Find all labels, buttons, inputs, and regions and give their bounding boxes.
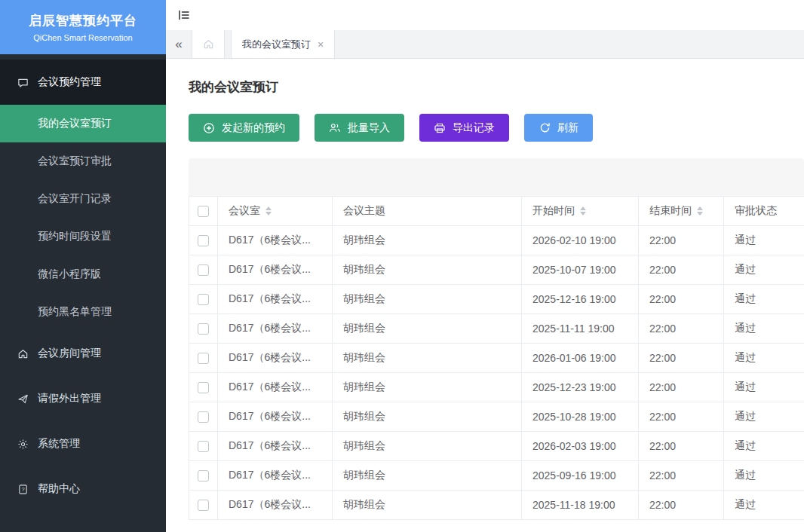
sidebar-item[interactable]: 会议室预订审批 — [0, 142, 166, 180]
cell-end: 22:00 — [639, 402, 724, 432]
cell-start: 2026-01-06 19:00 — [522, 344, 639, 373]
export-records-button[interactable]: 导出记录 — [419, 114, 509, 142]
sidebar: 启辰智慧预约平台 QiChen Smart Reservation 会议预约管理… — [0, 0, 166, 532]
checkbox-cell — [189, 314, 218, 344]
button-label: 发起新的预约 — [222, 121, 285, 135]
send-icon — [17, 393, 29, 405]
row-checkbox[interactable] — [198, 323, 209, 335]
checkbox-cell — [189, 491, 218, 520]
tab-close-icon[interactable]: × — [318, 38, 324, 50]
action-buttons: 发起新的预约批量导入导出记录刷新 — [189, 114, 804, 142]
page-title: 我的会议室预订 — [189, 78, 804, 96]
home-icon — [17, 347, 29, 359]
sidebar-item[interactable]: 会议室开门记录 — [0, 180, 166, 218]
cell-topic: 胡玮组会 — [333, 402, 522, 432]
sidebar-item[interactable]: ?帮助中心 — [0, 466, 166, 512]
cell-topic: 胡玮组会 — [333, 461, 522, 491]
cell-end: 22:00 — [639, 432, 724, 461]
sidebar-group-reservation-management[interactable]: 会议预约管理 — [0, 60, 166, 105]
column-header[interactable]: 会议室 — [218, 197, 333, 226]
tab-bar: « 我的会议室预订 × — [166, 30, 804, 59]
cell-status: 通过 — [724, 432, 804, 461]
tab-label: 我的会议室预订 — [242, 38, 311, 51]
cell-status: 通过 — [724, 285, 804, 314]
sidebar-menu: 会议预约管理 我的会议室预订会议室预订审批会议室开门记录预约时间段设置微信小程序… — [0, 54, 166, 512]
double-arrow-left-icon: « — [175, 37, 182, 52]
row-checkbox[interactable] — [198, 500, 209, 511]
cell-room: D617（6楼会议... — [218, 314, 333, 344]
cell-room: D617（6楼会议... — [218, 255, 333, 285]
checkbox-cell — [189, 344, 218, 373]
tab-my-reservations[interactable]: 我的会议室预订 × — [231, 30, 335, 58]
column-label: 结束时间 — [649, 204, 692, 216]
cell-topic: 胡玮组会 — [333, 344, 522, 373]
sidebar-item-label: 系统管理 — [38, 437, 80, 451]
cell-topic: 胡玮组会 — [333, 285, 522, 314]
checkbox-cell — [189, 432, 218, 461]
column-header: 会议主题 — [333, 197, 522, 226]
sidebar-item[interactable]: 我的会议室预订 — [0, 105, 166, 142]
checkbox-cell — [189, 226, 218, 255]
row-checkbox[interactable] — [198, 382, 209, 393]
table-row: D617（6楼会议...胡玮组会2026-02-10 19:0022:00通过 — [189, 226, 804, 255]
table-row: D617（6楼会议...胡玮组会2025-12-23 19:0022:00通过 — [189, 373, 804, 402]
app-subtitle: QiChen Smart Reservation — [33, 33, 132, 42]
menu-fold-icon[interactable] — [178, 9, 190, 21]
sort-icon[interactable] — [265, 206, 272, 216]
cell-start: 2025-11-11 19:00 — [522, 314, 639, 344]
cell-topic: 胡玮组会 — [333, 491, 522, 520]
cell-status: 通过 — [724, 314, 804, 344]
batch-import-button[interactable]: 批量导入 — [315, 114, 404, 142]
cell-room: D617（6楼会议... — [218, 461, 333, 491]
sidebar-item[interactable]: 预约黑名单管理 — [0, 293, 166, 331]
row-checkbox[interactable] — [198, 470, 209, 482]
refresh-button[interactable]: 刷新 — [524, 114, 593, 142]
reservations-table: 会议室会议主题开始时间结束时间审批状态 D617（6楼会议...胡玮组会2026… — [189, 196, 804, 520]
table-row: D617（6楼会议...胡玮组会2026-01-06 19:0022:00通过 — [189, 344, 804, 373]
sidebar-submenu: 我的会议室预订会议室预订审批会议室开门记录预约时间段设置微信小程序版预约黑名单管… — [0, 105, 166, 331]
sidebar-item[interactable]: 预约时间段设置 — [0, 218, 166, 255]
cell-room: D617（6楼会议... — [218, 226, 333, 255]
new-reservation-button[interactable]: 发起新的预约 — [189, 114, 299, 142]
button-label: 导出记录 — [453, 121, 495, 135]
row-checkbox[interactable] — [198, 441, 209, 452]
app-logo: 启辰智慧预约平台 QiChen Smart Reservation — [0, 0, 166, 54]
button-label: 刷新 — [557, 121, 578, 135]
gear-icon — [17, 438, 29, 450]
cell-status: 通过 — [724, 402, 804, 432]
sidebar-group-label: 会议预约管理 — [38, 75, 101, 89]
checkbox-cell — [189, 402, 218, 432]
sort-icon[interactable] — [580, 206, 586, 216]
cell-end: 22:00 — [639, 226, 724, 255]
cell-topic: 胡玮组会 — [333, 314, 522, 344]
column-header[interactable]: 结束时间 — [639, 197, 724, 226]
refresh-icon — [539, 122, 551, 134]
row-checkbox[interactable] — [198, 294, 209, 305]
table-row: D617（6楼会议...胡玮组会2025-09-16 19:0022:00通过 — [189, 461, 804, 491]
row-checkbox[interactable] — [198, 235, 209, 246]
sidebar-item[interactable]: 微信小程序版 — [0, 255, 166, 293]
sidebar-item[interactable]: 系统管理 — [0, 421, 166, 466]
row-checkbox[interactable] — [198, 411, 209, 423]
column-header[interactable]: 开始时间 — [522, 197, 639, 226]
cell-start: 2025-12-23 19:00 — [522, 373, 639, 402]
cell-status: 通过 — [724, 226, 804, 255]
button-label: 批量导入 — [348, 121, 390, 135]
tab-home[interactable] — [192, 30, 225, 58]
row-checkbox[interactable] — [198, 264, 209, 276]
sidebar-item[interactable]: 会议房间管理 — [0, 331, 166, 376]
table-row: D617（6楼会议...胡玮组会2025-11-18 19:0022:00通过 — [189, 491, 804, 520]
sidebar-item[interactable]: 请假外出管理 — [0, 376, 166, 421]
cell-end: 22:00 — [639, 491, 724, 520]
table-toolbar — [189, 158, 804, 196]
sidebar-bottom-menu: 会议房间管理请假外出管理系统管理?帮助中心 — [0, 331, 166, 512]
tabs-scroll-left-button[interactable]: « — [166, 30, 192, 58]
row-checkbox[interactable] — [198, 353, 209, 364]
cell-status: 通过 — [724, 373, 804, 402]
plus-circle-icon — [203, 122, 215, 134]
help-icon: ? — [17, 483, 29, 495]
select-all-checkbox[interactable] — [198, 206, 209, 217]
sort-icon[interactable] — [697, 206, 703, 216]
sidebar-item-label: 帮助中心 — [38, 482, 80, 496]
page-content: 我的会议室预订 发起新的预约批量导入导出记录刷新 会议室会议主题开始时间结束时间… — [166, 78, 804, 520]
